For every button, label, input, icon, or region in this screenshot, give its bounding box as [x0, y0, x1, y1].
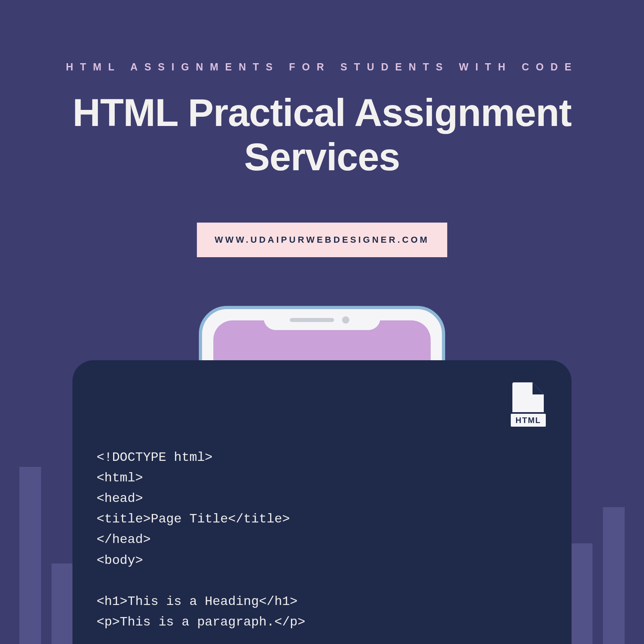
title-line-1: HTML Practical Assignment [72, 91, 571, 134]
phone-notch [264, 309, 380, 330]
website-url-button[interactable]: WWW.UDAIPURWEBDESIGNER.COM [197, 223, 447, 257]
eyebrow-text: HTML ASSIGNMENTS FOR STUDENTS WITH CODE [0, 61, 644, 73]
html-file-icon: HTML [509, 382, 547, 431]
code-snippet: <!DOCTYPE html> <html> <head> <title>Pag… [97, 447, 547, 644]
file-fold [533, 382, 544, 394]
title-line-2: Services [244, 135, 400, 178]
file-icon-label: HTML [509, 412, 547, 428]
page-title: HTML Practical Assignment Services [0, 91, 644, 180]
code-card: HTML <!DOCTYPE html> <html> <head> <titl… [72, 360, 572, 644]
